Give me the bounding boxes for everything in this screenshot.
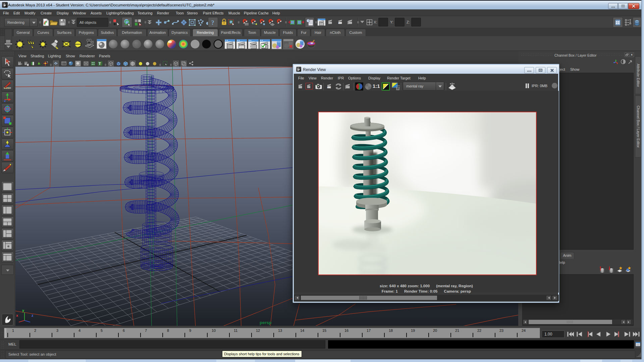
svg-text:persp: persp xyxy=(260,320,271,325)
svg-text:z: z xyxy=(32,313,34,317)
svg-text:IPR: IPR xyxy=(338,22,342,24)
svg-text:y: y xyxy=(22,308,24,312)
svg-text:IPR: IPR xyxy=(239,46,244,49)
svg-text:IPR: IPR xyxy=(327,86,331,88)
svg-text:?: ? xyxy=(211,19,214,26)
svg-text:x: x xyxy=(16,313,18,317)
svg-text:T: T xyxy=(99,62,101,66)
